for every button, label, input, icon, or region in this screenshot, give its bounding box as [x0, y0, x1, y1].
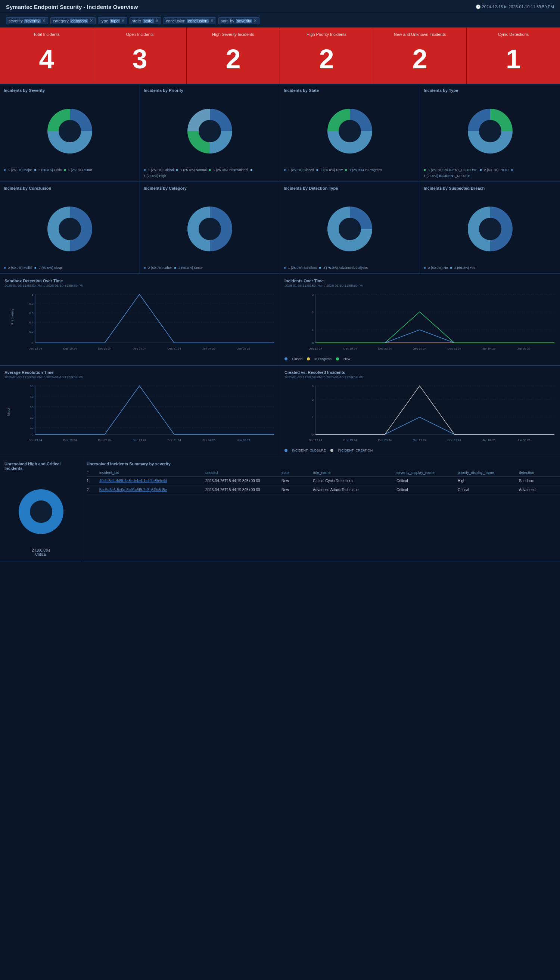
- chart-by-type: Incidents by Type ■1 (25.0%) INCIDENT_CL…: [420, 84, 560, 182]
- row2-created: 2023-04-26T15:44:19.345+00:00: [205, 488, 280, 492]
- incidents-chart-title: Incidents Over Time: [285, 279, 555, 283]
- svg-point-6: [338, 218, 361, 240]
- svg-text:0.6: 0.6: [29, 312, 33, 315]
- row2-num: 2: [87, 488, 98, 492]
- unresolved-table-panel: Unresolved Incidents Summary by severity…: [82, 457, 560, 561]
- sandbox-chart-title: Sandbox Detection Over Time: [5, 279, 275, 283]
- metric-high-sev-value: 2: [225, 38, 240, 80]
- created-vs-resolved-subtitle: 2025-01-03 11:59:59 PM to 2025-01-10 11:…: [285, 376, 555, 379]
- chart-priority-title: Incidents by Priority: [144, 88, 276, 93]
- col-rule: rule_name: [313, 471, 395, 475]
- metric-open-value: 3: [132, 38, 147, 80]
- svg-text:40: 40: [30, 395, 33, 399]
- svg-text:0.8: 0.8: [29, 302, 33, 306]
- type-donut: [458, 99, 522, 163]
- chart-by-state: Incidents by State ■1 (25.0%) Closed ■2 …: [280, 84, 420, 182]
- chart-severity-title: Incidents by Severity: [4, 88, 136, 93]
- svg-text:Dec 23 24: Dec 23 24: [98, 439, 112, 442]
- svg-text:Dec 31 24: Dec 31 24: [448, 347, 462, 350]
- filter-sort-close[interactable]: ✕: [253, 18, 257, 23]
- svg-text:Jan 08 25: Jan 08 25: [237, 439, 250, 442]
- svg-text:Dec 19 24: Dec 19 24: [63, 439, 77, 442]
- table-row: 1 4fb4c5d4-4d9f-4a8e-b4e4-1c4f4e8b4c4d 2…: [87, 477, 560, 486]
- row2-uid[interactable]: 5ac5d6e5-5e0g-5b9f-c5f5-2d5g5f9c5d5e: [99, 488, 204, 492]
- row2-state: New: [282, 488, 312, 492]
- time-range: 🕐 2024-12-15 to 2025-01-10 11:59:59 PM: [476, 5, 554, 9]
- row2-priority: Critical: [458, 488, 517, 492]
- conclusion-legend: ■2 (50.0%) Malici ■2 (50.0%) Suspi: [4, 266, 136, 270]
- metric-high-pri-label: High Priority Incidents: [307, 32, 347, 37]
- breach-donut: [458, 197, 522, 261]
- svg-text:30: 30: [30, 406, 33, 409]
- svg-point-7: [479, 218, 502, 240]
- filter-type-close[interactable]: ✕: [121, 18, 125, 23]
- filter-category[interactable]: category category ✕: [50, 17, 95, 24]
- severity-legend: ■1 (25.0%) Major ■2 (50.0%) Critic ■1 (2…: [4, 168, 136, 172]
- metric-new-unknown: New and Unknown Incidents 2: [373, 28, 467, 83]
- svg-text:Jan 04 25: Jan 04 25: [482, 439, 496, 442]
- metric-high-sev-label: High Severity Incidents: [212, 32, 254, 37]
- filter-conclusion-close[interactable]: ✕: [210, 18, 213, 23]
- metric-new-unknown-value: 2: [412, 38, 427, 80]
- filter-state-close[interactable]: ✕: [155, 18, 159, 23]
- row2-rule: Advanced Attack Technique: [313, 488, 395, 492]
- filter-severity[interactable]: severity severity ✕: [6, 17, 48, 24]
- incidents-chart-subtitle: 2025-01-03 11:59:59 PM to 2025-01-10 11:…: [285, 284, 555, 287]
- avg-res-svg: 0 10 20 30 40 50 Dec 15 24 Dec 19 24 Dec…: [19, 382, 275, 446]
- filter-conclusion[interactable]: conclusion conclusion ✕: [163, 17, 216, 24]
- unresolved-donut-panel: Unresolved High and Critical Incidents 2…: [0, 457, 82, 561]
- svg-text:Dec 15 24: Dec 15 24: [28, 439, 42, 442]
- col-priority: priority_display_name: [458, 471, 517, 475]
- filter-type[interactable]: type type ✕: [98, 17, 127, 24]
- svg-text:2: 2: [312, 398, 314, 401]
- svg-text:Dec 31 24: Dec 31 24: [167, 347, 181, 350]
- incidents-legend: Closed In Progress New: [285, 357, 555, 361]
- metric-high-pri-value: 2: [319, 38, 334, 80]
- pie-charts-row1: Incidents by Severity ■1 (25.0%) Major ■…: [0, 84, 560, 182]
- svg-text:10: 10: [30, 426, 33, 429]
- priority-donut: [178, 99, 242, 163]
- svg-text:0: 0: [32, 341, 33, 345]
- table-header: # incident_uid created state rule_name s…: [87, 469, 560, 477]
- row1-rule: Critical Cynic Detections: [313, 479, 395, 483]
- conclusion-donut: [38, 197, 102, 261]
- chart-conclusion-title: Incidents by Conclusion: [4, 186, 136, 190]
- metric-total-incidents: Total Incidents 4: [0, 28, 93, 83]
- unresolved-section: Unresolved High and Critical Incidents 2…: [0, 457, 560, 561]
- state-legend: ■1 (25.0%) Closed ■2 (50.0%) New ■1 (25.…: [284, 168, 416, 172]
- row1-uid[interactable]: 4fb4c5d4-4d9f-4a8e-b4e4-1c4f4e8b4c4d: [99, 479, 204, 483]
- svg-text:50: 50: [30, 385, 33, 388]
- svg-text:Dec 23 24: Dec 23 24: [98, 347, 112, 350]
- type-legend: ■1 (25.0%) INCIDENT_CLOSURE ■2 (50.0%) I…: [424, 168, 556, 178]
- row1-created: 2023-04-26T15:44:19.345+00:00: [205, 479, 280, 483]
- svg-text:3: 3: [312, 293, 314, 297]
- svg-point-81: [30, 501, 52, 523]
- svg-text:Jan 08 25: Jan 08 25: [517, 439, 530, 442]
- svg-text:0.4: 0.4: [29, 321, 33, 324]
- col-state: state: [282, 471, 312, 475]
- incidents-time-chart: Incidents Over Time 2025-01-03 11:59:59 …: [280, 274, 560, 365]
- chart-category-title: Incidents by Category: [144, 186, 276, 190]
- avg-resolution-chart: Average Resolution Time 2025-01-03 11:59…: [0, 366, 280, 457]
- category-donut: [178, 197, 242, 261]
- chart-detection-title: Incidents by Detection Type: [284, 186, 416, 190]
- filter-state[interactable]: state state ✕: [130, 17, 161, 24]
- filter-sort-by[interactable]: sort_by severity ✕: [218, 17, 260, 24]
- chart-by-detection: Incidents by Detection Type ■1 (25.0%) S…: [280, 182, 420, 274]
- metric-cynic: Cynic Detections 1: [467, 28, 560, 83]
- metric-cynic-value: 1: [506, 38, 521, 80]
- chart-by-priority: Incidents by Priority ■1 (25.0%) Critica…: [140, 84, 280, 182]
- svg-text:2: 2: [312, 311, 314, 314]
- avg-res-title: Average Resolution Time: [5, 370, 275, 375]
- avg-res-y-label: Major: [7, 407, 10, 416]
- chart-by-conclusion: Incidents by Conclusion ■2 (50.0%) Malic…: [0, 182, 140, 274]
- sandbox-time-chart: Sandbox Detection Over Time 2025-01-03 1…: [0, 274, 280, 365]
- svg-text:Jan 04 25: Jan 04 25: [202, 439, 216, 442]
- row1-state: New: [282, 479, 312, 483]
- col-num: #: [87, 471, 98, 475]
- svg-text:0: 0: [32, 433, 33, 436]
- breach-legend: ■2 (50.0%) No ■2 (50.0%) Yes: [424, 266, 556, 270]
- filter-category-close[interactable]: ✕: [90, 18, 93, 23]
- filter-severity-close[interactable]: ✕: [42, 18, 45, 23]
- col-detection: detection: [519, 471, 560, 475]
